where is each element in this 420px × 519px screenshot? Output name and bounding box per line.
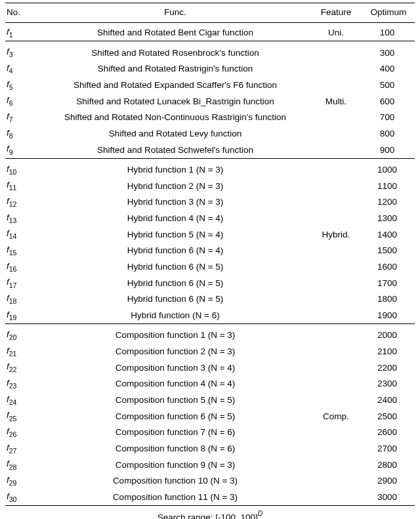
table-row: f14Hybrid function 5 (N = 4)Hybrid.1400: [5, 226, 415, 243]
row-func: Composition function 5 (N = 5): [41, 392, 310, 408]
row-func: Composition function 9 (N = 3): [41, 457, 310, 473]
row-feature: Hybrid.: [310, 226, 362, 243]
row-id: f22: [5, 360, 41, 376]
row-func: Composition function 11 (N = 3): [41, 489, 310, 505]
row-feature: Comp.: [310, 408, 362, 425]
footer-search-range: Search range: [-100, 100]D: [5, 506, 415, 519]
table-row: f18Hybrid function 6 (N = 5)1800: [5, 291, 415, 308]
row-feature: [310, 291, 362, 308]
table-row: f4Shifted and Rotated Rastrigin's functi…: [5, 60, 415, 77]
row-func: Hybrid function 6 (N = 5): [41, 259, 310, 275]
row-optimum: 700: [362, 109, 415, 125]
row-func: Hybrid function 6 (N = 4): [41, 242, 310, 259]
row-func: Shifted and Rotated Bent Cigar function: [41, 23, 310, 41]
table-row: f12Hybrid function 3 (N = 3)1200: [5, 194, 415, 210]
row-feature: [310, 392, 362, 408]
row-optimum: 600: [362, 93, 415, 110]
footer-text: Search range: [-100, 100]: [158, 512, 258, 519]
row-func: Shifted and Rotated Non-Continuous Rastr…: [41, 109, 310, 125]
row-optimum: 1200: [362, 194, 415, 210]
row-optimum: 2900: [362, 473, 415, 489]
header-func: Func.: [41, 3, 310, 23]
row-feature: [310, 158, 362, 178]
header-no: No.: [5, 3, 41, 23]
row-optimum: 2800: [362, 457, 415, 473]
row-id: f29: [5, 473, 41, 489]
row-feature: [310, 259, 362, 275]
benchmark-table: No. Func. Feature Optimum f1Shifted and …: [5, 3, 415, 505]
table-row: f26Composition function 7 (N = 6)2600: [5, 425, 415, 441]
table-row: f3Shifted and Rotated Rosenbrock's funct…: [5, 41, 415, 61]
row-id: f8: [5, 125, 41, 142]
table-row: f27Composition function 8 (N = 6)2700: [5, 440, 415, 457]
row-optimum: 1400: [362, 226, 415, 243]
row-func: Shifted and Rotated Lunacek Bi_Rastrigin…: [41, 93, 310, 110]
header-row: No. Func. Feature Optimum: [5, 3, 415, 23]
row-optimum: 2700: [362, 440, 415, 457]
row-feature: [310, 77, 362, 93]
row-id: f12: [5, 194, 41, 210]
row-feature: [310, 242, 362, 259]
row-optimum: 300: [362, 41, 415, 61]
table-row: f8Shifted and Rotated Levy function800: [5, 125, 415, 142]
table-row: f5Shifted and Rotated Expanded Scaffer's…: [5, 77, 415, 93]
table-row: f1Shifted and Rotated Bent Cigar functio…: [5, 23, 415, 41]
row-optimum: 1300: [362, 210, 415, 226]
row-id: f15: [5, 242, 41, 259]
row-feature: [310, 307, 362, 323]
row-id: f20: [5, 323, 41, 343]
row-feature: [310, 360, 362, 376]
table-row: f19Hybrid function (N = 6)1900: [5, 307, 415, 323]
header-feature: Feature: [310, 3, 362, 23]
row-id: f21: [5, 343, 41, 360]
row-id: f30: [5, 489, 41, 505]
row-optimum: 2500: [362, 408, 415, 425]
table-row: f25Composition function 6 (N = 5)Comp.25…: [5, 408, 415, 425]
row-optimum: 2200: [362, 360, 415, 376]
table-row: f30Composition function 11 (N = 3)3000: [5, 489, 415, 505]
table-row: f21Composition function 2 (N = 3)2100: [5, 343, 415, 360]
row-feature: [310, 323, 362, 343]
row-optimum: 100: [362, 23, 415, 41]
row-feature: [310, 142, 362, 158]
row-id: f7: [5, 109, 41, 125]
row-id: f13: [5, 210, 41, 226]
row-id: f18: [5, 291, 41, 308]
row-optimum: 1000: [362, 158, 415, 178]
row-func: Composition function 3 (N = 4): [41, 360, 310, 376]
row-id: f3: [5, 41, 41, 61]
row-id: f28: [5, 457, 41, 473]
table-row: f10Hybrid function 1 (N = 3)1000: [5, 158, 415, 178]
table-row: f9Shifted and Rotated Schwefel's functio…: [5, 142, 415, 158]
row-optimum: 2300: [362, 375, 415, 392]
row-optimum: 1900: [362, 307, 415, 323]
row-id: f27: [5, 440, 41, 457]
row-optimum: 400: [362, 60, 415, 77]
table-row: f13Hybrid function 4 (N = 4)1300: [5, 210, 415, 226]
row-func: Composition function 4 (N = 4): [41, 375, 310, 392]
row-feature: [310, 210, 362, 226]
row-func: Hybrid function 2 (N = 3): [41, 178, 310, 194]
row-feature: [310, 425, 362, 441]
table-row: f29Composition function 10 (N = 3)2900: [5, 473, 415, 489]
row-func: Hybrid function 4 (N = 4): [41, 210, 310, 226]
table-row: f20Composition function 1 (N = 3)2000: [5, 323, 415, 343]
row-id: f5: [5, 77, 41, 93]
benchmark-table-container: No. Func. Feature Optimum f1Shifted and …: [0, 0, 420, 519]
row-optimum: 500: [362, 77, 415, 93]
row-feature: Multi.: [310, 93, 362, 110]
row-optimum: 1600: [362, 259, 415, 275]
row-func: Hybrid function 5 (N = 4): [41, 226, 310, 243]
row-feature: [310, 489, 362, 505]
header-optimum: Optimum: [362, 3, 415, 23]
row-feature: [310, 60, 362, 77]
row-optimum: 2100: [362, 343, 415, 360]
row-feature: [310, 178, 362, 194]
row-optimum: 2600: [362, 425, 415, 441]
row-func: Hybrid function 1 (N = 3): [41, 158, 310, 178]
row-id: f4: [5, 60, 41, 77]
row-optimum: 1500: [362, 242, 415, 259]
table-row: f23Composition function 4 (N = 4)2300: [5, 375, 415, 392]
row-feature: [310, 440, 362, 457]
table-row: f7Shifted and Rotated Non-Continuous Ras…: [5, 109, 415, 125]
